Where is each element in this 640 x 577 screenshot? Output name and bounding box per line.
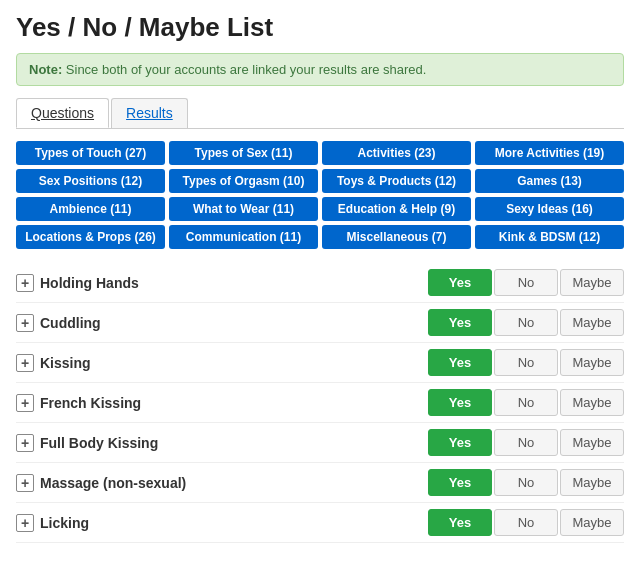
category-button-8[interactable]: Ambience (11) xyxy=(16,197,165,221)
question-text-6: Massage (non-sexual) xyxy=(40,475,186,491)
answer-maybe-5[interactable]: Maybe xyxy=(560,429,624,456)
category-buttons-grid: Types of Touch (27)Types of Sex (11)Acti… xyxy=(16,141,624,249)
answer-buttons-1: YesNoMaybe xyxy=(428,269,624,296)
tab-results[interactable]: Results xyxy=(111,98,188,128)
category-button-0[interactable]: Types of Touch (27) xyxy=(16,141,165,165)
category-button-6[interactable]: Toys & Products (12) xyxy=(322,169,471,193)
question-text-4: French Kissing xyxy=(40,395,141,411)
table-row: +French KissingYesNoMaybe xyxy=(16,383,624,423)
table-row: +Full Body KissingYesNoMaybe xyxy=(16,423,624,463)
question-list: +Holding HandsYesNoMaybe+CuddlingYesNoMa… xyxy=(16,263,624,543)
answer-maybe-7[interactable]: Maybe xyxy=(560,509,624,536)
note-bold: Note: xyxy=(29,62,62,77)
question-label-7: +Licking xyxy=(16,514,428,532)
answer-no-7[interactable]: No xyxy=(494,509,558,536)
category-button-10[interactable]: Education & Help (9) xyxy=(322,197,471,221)
category-button-7[interactable]: Games (13) xyxy=(475,169,624,193)
answer-buttons-6: YesNoMaybe xyxy=(428,469,624,496)
table-row: +KissingYesNoMaybe xyxy=(16,343,624,383)
table-row: +Holding HandsYesNoMaybe xyxy=(16,263,624,303)
answer-maybe-3[interactable]: Maybe xyxy=(560,349,624,376)
table-row: +CuddlingYesNoMaybe xyxy=(16,303,624,343)
answer-buttons-2: YesNoMaybe xyxy=(428,309,624,336)
question-text-1: Holding Hands xyxy=(40,275,139,291)
category-button-11[interactable]: Sexy Ideas (16) xyxy=(475,197,624,221)
expand-icon[interactable]: + xyxy=(16,314,34,332)
answer-no-3[interactable]: No xyxy=(494,349,558,376)
question-text-5: Full Body Kissing xyxy=(40,435,158,451)
question-label-1: +Holding Hands xyxy=(16,274,428,292)
category-button-5[interactable]: Types of Orgasm (10) xyxy=(169,169,318,193)
page-title: Yes / No / Maybe List xyxy=(16,12,624,43)
category-button-15[interactable]: Kink & BDSM (12) xyxy=(475,225,624,249)
answer-maybe-4[interactable]: Maybe xyxy=(560,389,624,416)
category-button-1[interactable]: Types of Sex (11) xyxy=(169,141,318,165)
answer-no-2[interactable]: No xyxy=(494,309,558,336)
expand-icon[interactable]: + xyxy=(16,394,34,412)
answer-yes-4[interactable]: Yes xyxy=(428,389,492,416)
answer-no-1[interactable]: No xyxy=(494,269,558,296)
expand-icon[interactable]: + xyxy=(16,474,34,492)
answer-no-6[interactable]: No xyxy=(494,469,558,496)
question-label-2: +Cuddling xyxy=(16,314,428,332)
question-text-3: Kissing xyxy=(40,355,91,371)
tabs-container: Questions Results xyxy=(16,98,624,129)
table-row: +Massage (non-sexual)YesNoMaybe xyxy=(16,463,624,503)
answer-buttons-3: YesNoMaybe xyxy=(428,349,624,376)
answer-buttons-7: YesNoMaybe xyxy=(428,509,624,536)
category-button-9[interactable]: What to Wear (11) xyxy=(169,197,318,221)
answer-buttons-4: YesNoMaybe xyxy=(428,389,624,416)
question-label-3: +Kissing xyxy=(16,354,428,372)
table-row: +LickingYesNoMaybe xyxy=(16,503,624,543)
answer-yes-7[interactable]: Yes xyxy=(428,509,492,536)
expand-icon[interactable]: + xyxy=(16,354,34,372)
page-wrapper: Yes / No / Maybe List Note: Since both o… xyxy=(0,0,640,555)
expand-icon[interactable]: + xyxy=(16,274,34,292)
category-button-12[interactable]: Locations & Props (26) xyxy=(16,225,165,249)
answer-maybe-2[interactable]: Maybe xyxy=(560,309,624,336)
answer-buttons-5: YesNoMaybe xyxy=(428,429,624,456)
category-button-3[interactable]: More Activities (19) xyxy=(475,141,624,165)
answer-yes-5[interactable]: Yes xyxy=(428,429,492,456)
answer-yes-1[interactable]: Yes xyxy=(428,269,492,296)
note-box: Note: Since both of your accounts are li… xyxy=(16,53,624,86)
expand-icon[interactable]: + xyxy=(16,514,34,532)
category-button-4[interactable]: Sex Positions (12) xyxy=(16,169,165,193)
question-label-4: +French Kissing xyxy=(16,394,428,412)
question-label-6: +Massage (non-sexual) xyxy=(16,474,428,492)
question-text-2: Cuddling xyxy=(40,315,101,331)
answer-yes-3[interactable]: Yes xyxy=(428,349,492,376)
answer-no-4[interactable]: No xyxy=(494,389,558,416)
category-button-2[interactable]: Activities (23) xyxy=(322,141,471,165)
category-button-14[interactable]: Miscellaneous (7) xyxy=(322,225,471,249)
answer-no-5[interactable]: No xyxy=(494,429,558,456)
answer-maybe-1[interactable]: Maybe xyxy=(560,269,624,296)
expand-icon[interactable]: + xyxy=(16,434,34,452)
answer-maybe-6[interactable]: Maybe xyxy=(560,469,624,496)
question-label-5: +Full Body Kissing xyxy=(16,434,428,452)
question-text-7: Licking xyxy=(40,515,89,531)
note-text: Since both of your accounts are linked y… xyxy=(62,62,426,77)
category-button-13[interactable]: Communication (11) xyxy=(169,225,318,249)
answer-yes-6[interactable]: Yes xyxy=(428,469,492,496)
tab-questions[interactable]: Questions xyxy=(16,98,109,128)
answer-yes-2[interactable]: Yes xyxy=(428,309,492,336)
